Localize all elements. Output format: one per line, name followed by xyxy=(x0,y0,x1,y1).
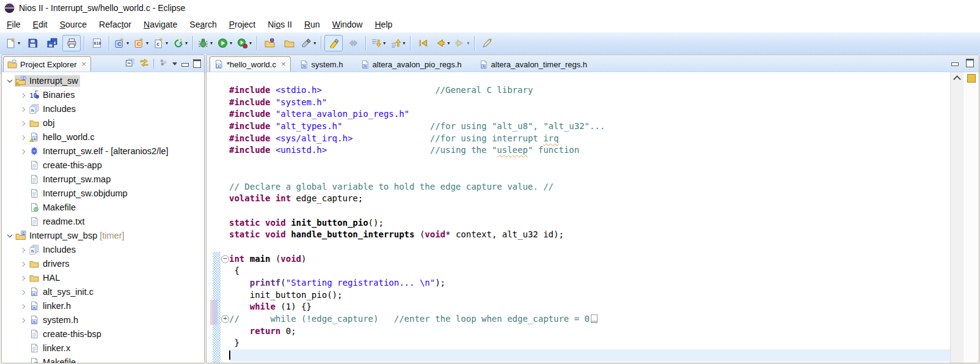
tree-item-obj[interactable]: obj xyxy=(2,116,204,130)
editor-left-ruler[interactable]: −+ xyxy=(207,72,229,363)
minimize-editor-icon[interactable] xyxy=(951,62,959,66)
debug-button[interactable]: ▾ xyxy=(196,35,214,51)
profile-button[interactable]: ▾ xyxy=(235,35,254,51)
scrollbar-up-icon[interactable] xyxy=(951,72,964,83)
editor-tab-altera-avalon-timer-regs-h[interactable]: haltera_avalon_timer_regs.h xyxy=(474,58,593,72)
maximize-view-icon[interactable] xyxy=(193,59,201,68)
tree-expand-arrow-icon[interactable] xyxy=(18,248,28,252)
menu-item-window[interactable]: Window xyxy=(326,17,369,32)
tree-item-create-this-bsp[interactable]: create-this-bsp xyxy=(2,327,204,341)
editor-tab-altera-avalon-pio-regs-h[interactable]: haltera_avalon_pio_regs.h xyxy=(356,58,467,72)
code-line[interactable] xyxy=(229,349,950,362)
minimize-view-icon[interactable] xyxy=(181,63,189,67)
tree-expand-arrow-icon[interactable] xyxy=(18,122,28,125)
code-line[interactable] xyxy=(229,205,950,217)
code-line[interactable]: #include <sys/alt_irq.h> //for using int… xyxy=(229,133,950,145)
code-editor[interactable]: #include <stdio.h> //General C library#i… xyxy=(229,72,950,363)
code-line[interactable]: static void init_button_pio(); xyxy=(229,217,950,229)
tree-item-linker-h[interactable]: hlinker.h xyxy=(2,299,204,313)
code-line[interactable] xyxy=(229,169,950,181)
focus-icon[interactable] xyxy=(158,58,168,70)
tree-item-create-this-app[interactable]: create-this-app xyxy=(2,158,204,173)
code-line[interactable]: #include "altera_avalon_pio_regs.h" xyxy=(229,108,950,121)
dropdown-arrow-icon[interactable]: ▾ xyxy=(467,40,469,46)
tree-expand-arrow-icon[interactable] xyxy=(18,291,28,294)
code-line[interactable]: return 0; xyxy=(229,325,950,338)
code-line[interactable] xyxy=(229,157,950,169)
prev-annotation-button[interactable]: ▾ xyxy=(389,35,407,51)
tree-item-alt-sys-init-c[interactable]: calt_sys_init.c xyxy=(2,285,204,299)
code-line[interactable]: // while (!edge_capture) //enter the loo… xyxy=(229,313,950,325)
tree-expand-arrow-icon[interactable] xyxy=(4,235,15,237)
code-line[interactable]: { xyxy=(229,265,950,277)
menu-item-nios-ii[interactable]: Nios II xyxy=(261,17,298,32)
tree-expand-arrow-icon[interactable] xyxy=(18,108,28,111)
dropdown-arrow-icon[interactable]: ▾ xyxy=(249,40,252,46)
code-line[interactable]: #include <unistd.h> //using the "usleep"… xyxy=(229,144,950,157)
open-resource-button[interactable] xyxy=(280,35,298,51)
tree-item-linker-x[interactable]: linker.x xyxy=(2,341,204,355)
dropdown-arrow-icon[interactable]: ▾ xyxy=(383,40,386,46)
run-button[interactable]: ▾ xyxy=(216,35,234,51)
tree-expand-arrow-icon[interactable] xyxy=(4,80,15,82)
print-button[interactable] xyxy=(62,35,81,51)
link-with-editor-icon[interactable] xyxy=(139,58,149,70)
code-line[interactable]: #include "system.h" xyxy=(229,97,950,109)
build-button[interactable]: 010 xyxy=(87,35,106,51)
tree-expand-arrow-icon[interactable] xyxy=(18,319,28,322)
tree-item-includes[interactable]: hIncludes xyxy=(2,243,204,257)
tree-item-system-h[interactable]: hsystem.h xyxy=(2,313,204,327)
code-line[interactable] xyxy=(229,241,950,253)
new-c-project-button[interactable]: C▾ xyxy=(112,35,131,51)
code-line[interactable]: printf("Starting registration... \n"); xyxy=(229,277,950,289)
menu-item-search[interactable]: Search xyxy=(183,17,222,32)
close-icon[interactable]: × xyxy=(81,61,86,67)
menu-item-help[interactable]: Help xyxy=(368,17,398,32)
tree-item-hal[interactable]: HAL xyxy=(2,271,204,285)
dropdown-arrow-icon[interactable]: ▾ xyxy=(403,40,405,46)
editor-tab-system-h[interactable]: hsystem.h xyxy=(294,58,348,72)
tree-item-interrupt-sw-objdump[interactable]: Interrupt_sw.objdump xyxy=(2,187,204,201)
view-menu-icon[interactable] xyxy=(172,62,177,65)
menu-item-project[interactable]: Project xyxy=(223,17,262,32)
code-line[interactable]: // Declare a global variable to hold the… xyxy=(229,181,950,193)
code-line[interactable]: #include "alt_types.h" //for using "alt_… xyxy=(229,121,950,133)
mark-occurrences-toggle[interactable] xyxy=(324,35,343,51)
dropdown-arrow-icon[interactable]: ▾ xyxy=(230,40,232,46)
dropdown-arrow-icon[interactable]: ▾ xyxy=(146,40,148,46)
close-icon[interactable]: × xyxy=(281,61,286,67)
collapse-all-icon[interactable] xyxy=(125,58,135,70)
tree-item-makefile[interactable]: Makefile xyxy=(2,355,204,363)
code-line[interactable]: int main (void) xyxy=(229,253,950,266)
dropdown-arrow-icon[interactable]: ▾ xyxy=(185,40,188,46)
new-cpp-item-button[interactable]: C▾ xyxy=(132,35,150,51)
code-line[interactable]: static void handle_button_interrupts (vo… xyxy=(229,229,950,241)
save-all-button[interactable] xyxy=(43,35,61,51)
tree-item-interrupt-sw-elf-alteranios2-le[interactable]: Interrupt_sw.elf - [alteranios2/le] xyxy=(2,144,204,158)
fold-collapse-icon[interactable]: − xyxy=(221,255,229,263)
tree-item-hello-world-c[interactable]: chello_world.c xyxy=(2,130,204,144)
code-line[interactable]: init_button_pio(); xyxy=(229,289,950,302)
warning-marker[interactable] xyxy=(967,74,976,83)
tab-project-explorer[interactable]: Project Explorer × xyxy=(3,56,91,72)
back-button[interactable]: ▾ xyxy=(433,35,452,51)
code-line[interactable]: } xyxy=(229,337,950,349)
tree-expand-arrow-icon[interactable] xyxy=(18,150,28,154)
tree-expand-arrow-icon[interactable] xyxy=(18,277,28,280)
menu-item-refactor[interactable]: Refactor xyxy=(93,17,137,32)
code-line[interactable]: while (1) {} xyxy=(229,301,950,313)
dropdown-arrow-icon[interactable]: ▾ xyxy=(18,40,20,46)
menu-item-edit[interactable]: Edit xyxy=(27,17,54,32)
new-wizard-button[interactable]: ▾ xyxy=(4,35,22,51)
tree-expand-arrow-icon[interactable] xyxy=(18,136,28,139)
dropdown-arrow-icon[interactable]: ▾ xyxy=(166,40,168,46)
clear-marks-button[interactable] xyxy=(344,35,362,51)
tree-item-binaries[interactable]: 10Binaries xyxy=(2,88,204,102)
code-line[interactable]: volatile int edge_capture; xyxy=(229,193,950,205)
new-make-target-button[interactable]: ▾ xyxy=(171,35,189,51)
tree-expand-arrow-icon[interactable] xyxy=(18,305,28,308)
tree-item-makefile[interactable]: Makefile xyxy=(2,201,204,215)
next-annotation-button[interactable]: ▾ xyxy=(369,35,387,51)
tree-item-includes[interactable]: hIncludes xyxy=(2,102,204,116)
new-c-file-button[interactable]: c▾ xyxy=(152,35,170,51)
